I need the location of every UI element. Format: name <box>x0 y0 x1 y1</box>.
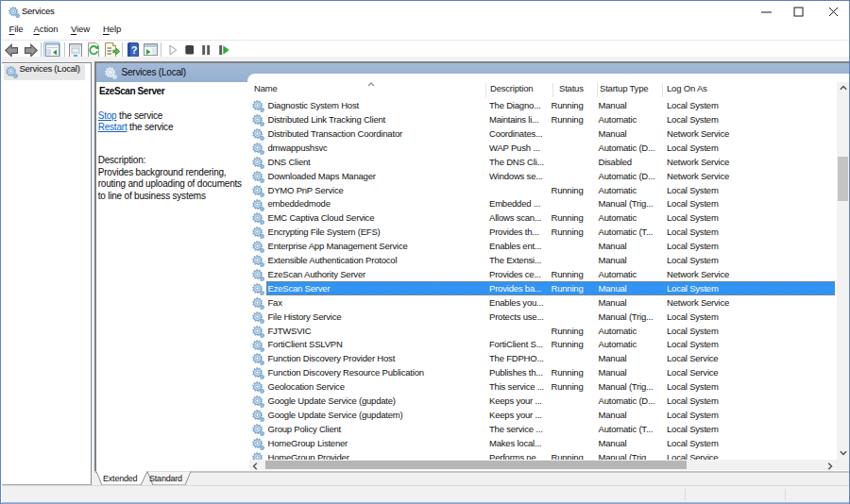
svg-text:Standard: Standard <box>149 474 182 483</box>
svg-text:?: ? <box>131 44 138 56</box>
svg-text:Extended: Extended <box>103 474 138 483</box>
